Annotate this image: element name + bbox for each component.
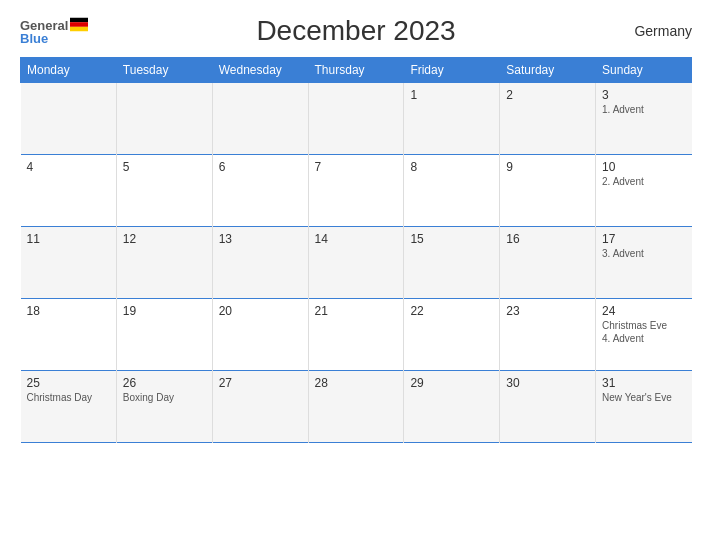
calendar-day-cell xyxy=(21,83,117,155)
logo-general: General xyxy=(20,18,68,31)
day-number: 18 xyxy=(27,304,110,318)
calendar-day-cell: 22 xyxy=(404,299,500,371)
col-sunday: Sunday xyxy=(596,58,692,83)
day-number: 25 xyxy=(27,376,110,390)
day-number: 13 xyxy=(219,232,302,246)
day-number: 24 xyxy=(602,304,685,318)
calendar-week-row: 456789102. Advent xyxy=(21,155,692,227)
days-of-week-row: Monday Tuesday Wednesday Thursday Friday… xyxy=(21,58,692,83)
calendar-week-row: 1231. Advent xyxy=(21,83,692,155)
holiday-label: 3. Advent xyxy=(602,248,685,259)
calendar-day-cell: 12 xyxy=(116,227,212,299)
day-number: 1 xyxy=(410,88,493,102)
day-number: 19 xyxy=(123,304,206,318)
holiday-label: 4. Advent xyxy=(602,333,685,344)
holiday-label: 1. Advent xyxy=(602,104,685,115)
calendar-day-cell: 2 xyxy=(500,83,596,155)
calendar-day-cell: 6 xyxy=(212,155,308,227)
day-number: 5 xyxy=(123,160,206,174)
logo-flag-icon xyxy=(70,18,88,32)
calendar-day-cell: 23 xyxy=(500,299,596,371)
col-monday: Monday xyxy=(21,58,117,83)
calendar-day-cell: 13 xyxy=(212,227,308,299)
calendar-week-row: 18192021222324Christmas Eve4. Advent xyxy=(21,299,692,371)
calendar-day-cell: 14 xyxy=(308,227,404,299)
calendar-day-cell: 15 xyxy=(404,227,500,299)
calendar-day-cell: 16 xyxy=(500,227,596,299)
col-saturday: Saturday xyxy=(500,58,596,83)
day-number: 27 xyxy=(219,376,302,390)
calendar-day-cell: 24Christmas Eve4. Advent xyxy=(596,299,692,371)
calendar-day-cell xyxy=(308,83,404,155)
day-number: 11 xyxy=(27,232,110,246)
calendar-day-cell: 26Boxing Day xyxy=(116,371,212,443)
calendar-day-cell: 9 xyxy=(500,155,596,227)
svg-rect-2 xyxy=(70,27,88,32)
day-number: 30 xyxy=(506,376,589,390)
day-number: 17 xyxy=(602,232,685,246)
col-tuesday: Tuesday xyxy=(116,58,212,83)
calendar-day-cell: 4 xyxy=(21,155,117,227)
calendar-day-cell: 173. Advent xyxy=(596,227,692,299)
page-title: December 2023 xyxy=(256,15,455,47)
calendar-day-cell: 1 xyxy=(404,83,500,155)
calendar-day-cell xyxy=(116,83,212,155)
day-number: 23 xyxy=(506,304,589,318)
day-number: 26 xyxy=(123,376,206,390)
holiday-label: Christmas Eve xyxy=(602,320,685,331)
day-number: 22 xyxy=(410,304,493,318)
day-number: 28 xyxy=(315,376,398,390)
calendar-day-cell: 30 xyxy=(500,371,596,443)
calendar-day-cell: 20 xyxy=(212,299,308,371)
day-number: 29 xyxy=(410,376,493,390)
calendar-day-cell: 7 xyxy=(308,155,404,227)
col-friday: Friday xyxy=(404,58,500,83)
day-number: 21 xyxy=(315,304,398,318)
day-number: 31 xyxy=(602,376,685,390)
day-number: 20 xyxy=(219,304,302,318)
day-number: 9 xyxy=(506,160,589,174)
calendar-day-cell: 5 xyxy=(116,155,212,227)
day-number: 15 xyxy=(410,232,493,246)
calendar-week-row: 111213141516173. Advent xyxy=(21,227,692,299)
logo: General Blue xyxy=(20,18,88,45)
calendar-header: Monday Tuesday Wednesday Thursday Friday… xyxy=(21,58,692,83)
day-number: 10 xyxy=(602,160,685,174)
day-number: 14 xyxy=(315,232,398,246)
country-label: Germany xyxy=(634,23,692,39)
holiday-label: 2. Advent xyxy=(602,176,685,187)
holiday-label: Christmas Day xyxy=(27,392,110,403)
calendar-day-cell: 19 xyxy=(116,299,212,371)
calendar-day-cell: 18 xyxy=(21,299,117,371)
day-number: 6 xyxy=(219,160,302,174)
page: General Blue December 2023 Germany Monda… xyxy=(0,0,712,550)
calendar-week-row: 25Christmas Day26Boxing Day2728293031New… xyxy=(21,371,692,443)
calendar-day-cell: 102. Advent xyxy=(596,155,692,227)
day-number: 8 xyxy=(410,160,493,174)
day-number: 2 xyxy=(506,88,589,102)
col-wednesday: Wednesday xyxy=(212,58,308,83)
day-number: 4 xyxy=(27,160,110,174)
calendar-day-cell: 27 xyxy=(212,371,308,443)
calendar-day-cell: 8 xyxy=(404,155,500,227)
day-number: 7 xyxy=(315,160,398,174)
holiday-label: Boxing Day xyxy=(123,392,206,403)
logo-blue: Blue xyxy=(20,32,48,45)
day-number: 12 xyxy=(123,232,206,246)
calendar-day-cell xyxy=(212,83,308,155)
calendar-table: Monday Tuesday Wednesday Thursday Friday… xyxy=(20,57,692,443)
day-number: 3 xyxy=(602,88,685,102)
calendar-day-cell: 31. Advent xyxy=(596,83,692,155)
svg-rect-1 xyxy=(70,22,88,27)
calendar-day-cell: 11 xyxy=(21,227,117,299)
col-thursday: Thursday xyxy=(308,58,404,83)
holiday-label: New Year's Eve xyxy=(602,392,685,403)
calendar-day-cell: 21 xyxy=(308,299,404,371)
day-number: 16 xyxy=(506,232,589,246)
svg-rect-0 xyxy=(70,18,88,23)
calendar-day-cell: 31New Year's Eve xyxy=(596,371,692,443)
calendar-day-cell: 29 xyxy=(404,371,500,443)
calendar-body: 1231. Advent456789102. Advent11121314151… xyxy=(21,83,692,443)
header: General Blue December 2023 Germany xyxy=(20,15,692,47)
calendar-day-cell: 25Christmas Day xyxy=(21,371,117,443)
